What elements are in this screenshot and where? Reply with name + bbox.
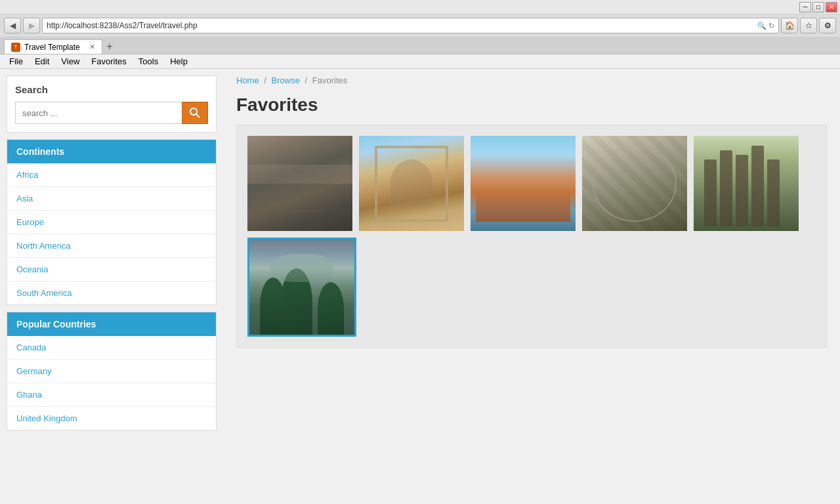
menu-favorites[interactable]: Favorites <box>86 55 131 68</box>
star-icon[interactable]: ☆ <box>800 18 817 33</box>
gallery-item-5[interactable] <box>694 136 799 231</box>
search-title: Search <box>15 84 208 95</box>
address-bar[interactable]: http://localhost:8238/Ass2/Travel/travel… <box>42 18 779 33</box>
breadcrumb-current: Favorites <box>312 75 347 85</box>
sidebar-item-ghana[interactable]: Ghana <box>7 383 216 407</box>
breadcrumb-sep-2: / <box>305 75 310 85</box>
browser-icons: 🏠 ☆ ⚙ <box>781 18 836 33</box>
menu-help[interactable]: Help <box>165 55 193 68</box>
close-button[interactable]: ✕ <box>826 2 837 12</box>
gallery-item-2[interactable] <box>359 136 464 231</box>
search-box: Search <box>7 75 217 133</box>
sidebar-item-europe[interactable]: Europe <box>7 211 216 234</box>
page-title: Favorites <box>236 94 827 116</box>
gallery-item-3[interactable] <box>471 136 576 231</box>
browser-titlebar: ─ □ ✕ <box>0 0 840 14</box>
gallery-item-6[interactable] <box>247 238 356 337</box>
minimize-button[interactable]: ─ <box>799 2 811 12</box>
breadcrumb: Home / Browse / Favorites <box>236 75 827 85</box>
active-tab[interactable]: T Travel Template ✕ <box>4 39 102 54</box>
tab-close-button[interactable]: ✕ <box>89 43 95 51</box>
tab-favicon: T <box>11 43 20 52</box>
gallery-image-5 <box>694 136 799 231</box>
menu-bar: File Edit View Favorites Tools Help <box>0 54 840 69</box>
gallery-image-6 <box>249 240 354 335</box>
breadcrumb-browse[interactable]: Browse <box>272 75 300 85</box>
menu-edit[interactable]: Edit <box>30 55 54 68</box>
gallery <box>236 125 827 348</box>
sidebar-item-oceania[interactable]: Oceania <box>7 258 216 282</box>
search-addr-icon[interactable]: 🔍 <box>757 22 766 30</box>
refresh-icon[interactable]: ↻ <box>768 22 774 30</box>
address-icons: 🔍 ↻ <box>757 22 774 30</box>
gallery-item-4[interactable] <box>582 136 687 231</box>
sidebar-item-germany[interactable]: Germany <box>7 360 216 383</box>
back-button[interactable]: ◀ <box>4 18 21 33</box>
menu-file[interactable]: File <box>4 55 28 68</box>
svg-line-1 <box>196 114 200 117</box>
menu-view[interactable]: View <box>56 55 85 68</box>
address-url: http://localhost:8238/Ass2/Travel/travel… <box>47 21 757 30</box>
page: Search Continents Africa Asia Europe Nor… <box>0 69 840 504</box>
gallery-image-3 <box>471 136 576 231</box>
sidebar-item-north-america[interactable]: North America <box>7 234 216 258</box>
continents-section: Continents Africa Asia Europe North Amer… <box>7 139 217 305</box>
browser-navbar: ◀ ▶ http://localhost:8238/Ass2/Travel/tr… <box>0 14 840 37</box>
popular-countries-section: Popular Countries Canada Germany Ghana U… <box>7 312 217 430</box>
sidebar-item-south-america[interactable]: South America <box>7 282 216 304</box>
browser-chrome: ─ □ ✕ ◀ ▶ http://localhost:8238/Ass2/Tra… <box>0 0 840 54</box>
search-icon <box>190 108 200 118</box>
main-content: Home / Browse / Favorites Favorites <box>223 69 840 504</box>
sidebar: Search Continents Africa Asia Europe Nor… <box>0 69 223 504</box>
sidebar-item-africa[interactable]: Africa <box>7 163 216 187</box>
sidebar-item-united-kingdom[interactable]: United Kingdom <box>7 407 216 430</box>
breadcrumb-sep-1: / <box>264 75 268 85</box>
tab-title: Travel Template <box>24 43 80 52</box>
search-row <box>15 102 208 124</box>
home-icon[interactable]: 🏠 <box>781 18 798 33</box>
menu-tools[interactable]: Tools <box>133 55 163 68</box>
gear-icon[interactable]: ⚙ <box>819 18 836 33</box>
svg-point-0 <box>190 108 197 115</box>
gallery-image-2 <box>359 136 464 231</box>
continents-header: Continents <box>7 140 216 163</box>
gallery-item-1[interactable] <box>247 136 352 231</box>
search-button[interactable] <box>182 102 208 124</box>
new-tab-button[interactable]: + <box>102 39 117 54</box>
forward-button[interactable]: ▶ <box>23 18 40 33</box>
gallery-image-4 <box>582 136 687 231</box>
popular-countries-header: Popular Countries <box>7 312 216 336</box>
gallery-image-1 <box>247 136 352 231</box>
sidebar-item-asia[interactable]: Asia <box>7 187 216 211</box>
search-input[interactable] <box>15 102 182 124</box>
maximize-button[interactable]: □ <box>812 2 824 12</box>
breadcrumb-home[interactable]: Home <box>236 75 259 85</box>
sidebar-item-canada[interactable]: Canada <box>7 336 216 360</box>
tab-bar: T Travel Template ✕ + <box>0 37 840 54</box>
